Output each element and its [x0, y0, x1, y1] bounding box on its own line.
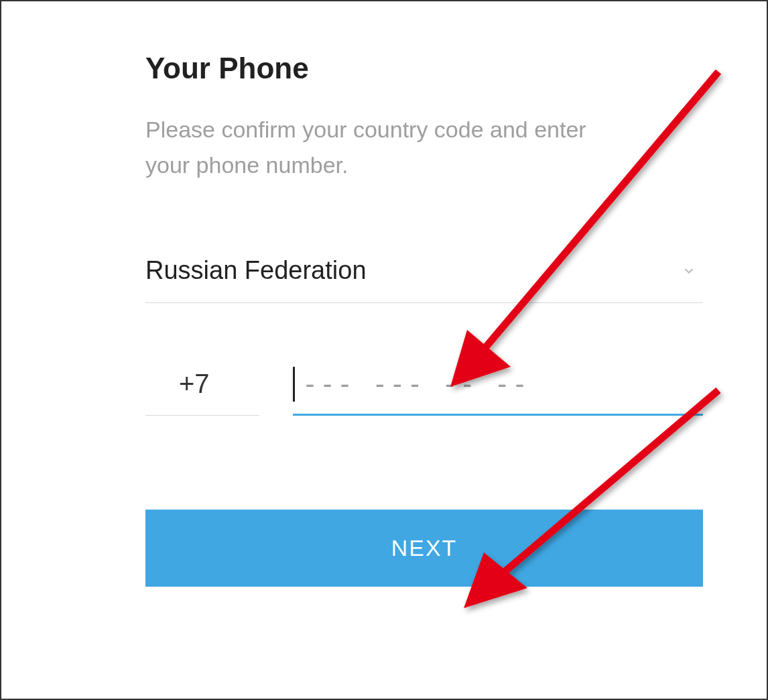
- phone-placeholder: --- --- -- --: [302, 369, 529, 400]
- country-select[interactable]: Russian Federation: [145, 256, 703, 303]
- country-code-field[interactable]: +7: [145, 369, 259, 416]
- next-button[interactable]: NEXT: [145, 510, 703, 587]
- country-selected-label: Russian Federation: [145, 256, 367, 285]
- phone-number-input[interactable]: --- --- -- --: [293, 367, 703, 416]
- page-title: Your Phone: [145, 52, 703, 85]
- chevron-down-icon: [682, 264, 696, 278]
- phone-input-row: +7 --- --- -- --: [145, 367, 703, 416]
- page-subtitle: Please confirm your country code and ent…: [145, 112, 628, 182]
- text-cursor: [293, 367, 295, 402]
